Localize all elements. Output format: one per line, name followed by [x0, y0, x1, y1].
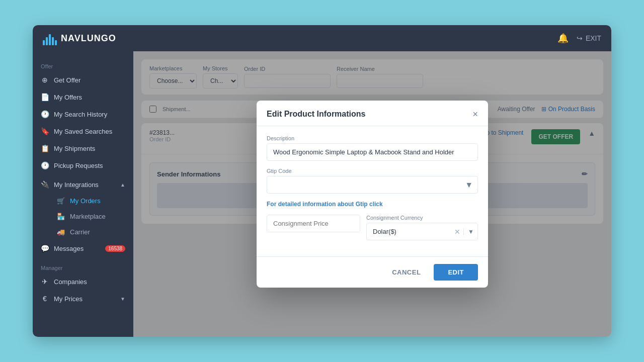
sidebar-item-pickup-requests[interactable]: 🕐 Pickup Requests [33, 157, 133, 174]
clock-icon: 🕐 [41, 110, 49, 118]
list-icon: 📋 [41, 144, 49, 152]
sidebar-item-carrier[interactable]: 🚚 Carrier [49, 224, 133, 240]
logo: NAVLUNGO [43, 31, 116, 45]
sidebar-item-messages[interactable]: 💬 Messages 16538 [33, 240, 133, 257]
logo-icon [43, 31, 57, 45]
bookmark-icon: 🔖 [41, 127, 49, 135]
euro-icon: € [41, 295, 49, 303]
document-icon: 📄 [41, 93, 49, 101]
messages-badge: 16538 [105, 245, 125, 252]
integrations-chevron: ▲ [120, 182, 125, 188]
sidebar-item-my-offers[interactable]: 📄 My Offers [33, 88, 133, 106]
pickup-icon: 🕐 [41, 161, 49, 169]
truck-icon: 🚚 [57, 228, 65, 236]
edit-product-modal: Edit Product Informations × Description … [257, 101, 488, 288]
modal-backdrop: Edit Product Informations × Description … [133, 51, 611, 337]
modal-body: Description Gtip Code ▼ [257, 126, 488, 256]
cart-icon: 🛒 [57, 197, 65, 205]
plane-icon: ✈ [41, 278, 49, 286]
modal-header: Edit Product Informations × [257, 101, 488, 126]
prices-chevron: ▼ [120, 296, 125, 302]
sidebar-item-search-history[interactable]: 🕐 My Search History [33, 106, 133, 123]
integrations-icon: 🔌 [41, 180, 49, 189]
notification-icon[interactable]: 🔔 [557, 33, 569, 44]
form-group-consignment-price [267, 215, 360, 240]
exit-button[interactable]: ↪ EXIT [577, 34, 601, 42]
currency-actions: ✕ ▼ [451, 228, 478, 236]
sidebar-section-offer: Offer [33, 59, 133, 71]
form-group-gtip: Gtip Code ▼ [267, 168, 478, 194]
store-icon: 🏪 [57, 213, 65, 220]
sidebar: Offer ⊕ Get Offer 📄 My Offers 🕐 My Searc… [33, 51, 133, 337]
modal-footer: CANCEL EDIT [257, 256, 488, 288]
sidebar-section-manager: Manager [33, 261, 133, 273]
consignment-price-input[interactable] [267, 215, 360, 232]
gtip-click-link[interactable]: click [369, 201, 383, 208]
currency-clear-button[interactable]: ✕ [451, 228, 463, 236]
description-label: Description [267, 135, 478, 141]
sidebar-sub-integrations: 🛒 My Orders 🏪 Marketplace 🚚 Carrier [33, 193, 133, 240]
edit-button[interactable]: EDIT [434, 264, 478, 281]
sidebar-item-saved-searches[interactable]: 🔖 My Saved Searches [33, 123, 133, 140]
exit-icon: ↪ [577, 34, 583, 42]
header-actions: 🔔 ↪ EXIT [557, 33, 601, 44]
sidebar-item-get-offer[interactable]: ⊕ Get Offer [33, 71, 133, 88]
sidebar-item-integrations[interactable]: 🔌 My Integrations ▲ [33, 176, 133, 193]
currency-wrap: ✕ ▼ [366, 223, 478, 240]
currency-chevron-button[interactable]: ▼ [463, 228, 478, 235]
sidebar-item-my-prices[interactable]: € My Prices ▼ [33, 290, 133, 307]
header: NAVLUNGO 🔔 ↪ EXIT [33, 25, 611, 51]
messages-icon: 💬 [41, 244, 49, 252]
gtip-input[interactable] [267, 176, 478, 194]
currency-label: Consignment Currency [366, 215, 478, 221]
gtip-select-wrap: ▼ [267, 176, 478, 194]
consignment-row: Consignment Currency ✕ ▼ [267, 215, 478, 247]
gtip-label: Gtip Code [267, 168, 478, 174]
sidebar-item-marketplace[interactable]: 🏪 Marketplace [49, 209, 133, 224]
form-group-description: Description [267, 135, 478, 161]
gtip-info-text: For detailed information about Gtip clic… [267, 201, 478, 208]
plus-circle-icon: ⊕ [41, 76, 49, 84]
main-content: Marketplaces Choose... My Stores Ch... O… [133, 51, 611, 337]
sidebar-item-companies[interactable]: ✈ Companies [33, 273, 133, 290]
modal-close-button[interactable]: × [472, 110, 478, 119]
cancel-button[interactable]: CANCEL [384, 264, 429, 280]
sidebar-item-shipments[interactable]: 📋 My Shipments [33, 140, 133, 157]
description-input[interactable] [267, 143, 478, 161]
sidebar-item-my-orders[interactable]: 🛒 My Orders [49, 193, 133, 209]
modal-title: Edit Product Informations [267, 110, 365, 119]
form-group-consignment-currency: Consignment Currency ✕ ▼ [366, 215, 478, 240]
